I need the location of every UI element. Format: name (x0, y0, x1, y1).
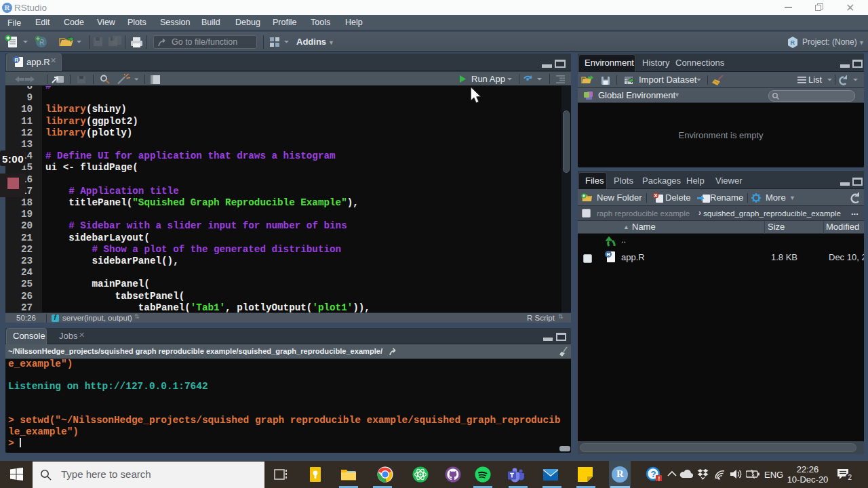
svg-text:R: R (791, 39, 795, 46)
svg-text:?: ? (651, 469, 656, 479)
svg-text:2: 2 (848, 474, 852, 481)
